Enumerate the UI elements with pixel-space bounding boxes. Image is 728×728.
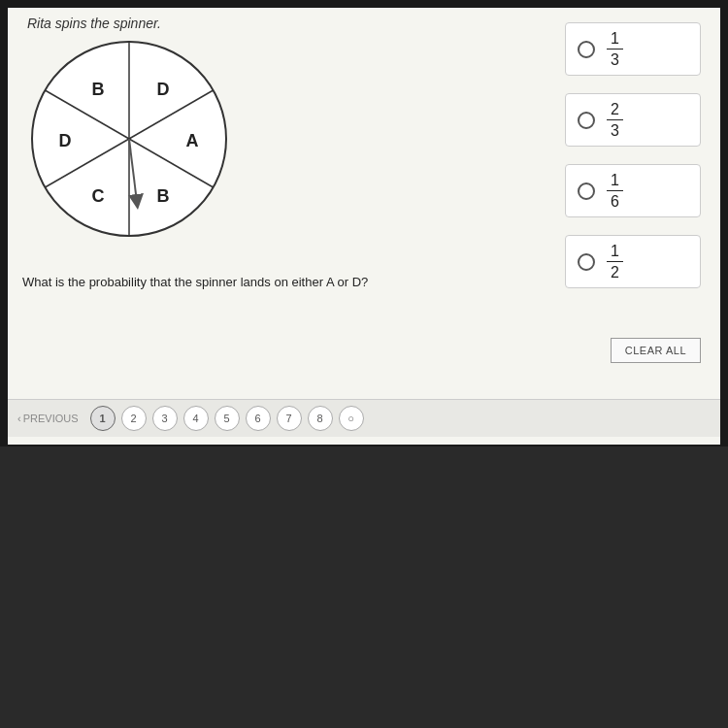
denominator-1: 3 (607, 50, 623, 69)
page-btn-8[interactable]: 8 (308, 406, 333, 431)
fraction-1: 1 3 (607, 29, 623, 69)
bottom-nav: ‹ PREVIOUS 1 2 3 4 5 6 7 8 ○ (8, 399, 720, 437)
svg-text:B: B (157, 186, 170, 206)
answer-option-4[interactable]: 1 2 (565, 235, 701, 288)
page-btn-3[interactable]: 3 (152, 406, 178, 431)
question-text: What is the probability that the spinner… (22, 275, 368, 289)
svg-text:B: B (92, 80, 105, 99)
numerator-4: 1 (607, 242, 623, 262)
svg-text:C: C (92, 186, 105, 206)
fraction-3: 1 6 (607, 171, 623, 211)
screen-bezel: Rita spins the spinner. (0, 0, 728, 456)
page-btn-5[interactable]: 5 (215, 406, 240, 431)
spinner-area: B D A B C D (22, 32, 255, 265)
numerator-3: 1 (607, 171, 623, 191)
page-btn-6[interactable]: 6 (246, 406, 271, 431)
radio-3[interactable] (578, 182, 595, 200)
svg-text:D: D (157, 80, 170, 99)
laptop-body: DELL ← → ↺ ⊡ ⊟ ◎ ! @ # $ % ^ & (0, 447, 728, 728)
page-btn-7[interactable]: 7 (277, 406, 302, 431)
denominator-2: 3 (607, 120, 623, 140)
page-btn-more[interactable]: ○ (339, 406, 364, 431)
spinner-svg: B D A B C D (22, 32, 236, 246)
answer-option-3[interactable]: 1 6 (565, 164, 701, 217)
fraction-2: 2 3 (607, 100, 623, 140)
denominator-3: 6 (607, 191, 623, 211)
answer-option-1[interactable]: 1 3 (565, 22, 701, 76)
numerator-1: 1 (607, 29, 623, 50)
screen-content: Rita spins the spinner. (8, 8, 720, 445)
answers-area: 1 3 2 3 1 6 1 (565, 22, 701, 306)
previous-button[interactable]: ‹ PREVIOUS (17, 413, 79, 424)
svg-text:D: D (59, 131, 72, 150)
clear-all-button[interactable]: CLEAR ALL (611, 338, 701, 363)
previous-label: PREVIOUS (23, 413, 79, 424)
chevron-left-icon: ‹ (17, 413, 21, 424)
answer-option-2[interactable]: 2 3 (565, 93, 701, 147)
radio-4[interactable] (578, 253, 595, 271)
page-btn-2[interactable]: 2 (121, 406, 147, 431)
fraction-4: 1 2 (607, 242, 623, 281)
page-btn-4[interactable]: 4 (183, 406, 209, 431)
header-title: Rita spins the spinner. (27, 16, 161, 31)
radio-2[interactable] (578, 112, 595, 129)
page-btn-1[interactable]: 1 (90, 406, 116, 431)
svg-text:A: A (186, 131, 199, 150)
denominator-4: 2 (607, 262, 623, 281)
numerator-2: 2 (607, 100, 623, 120)
radio-1[interactable] (578, 41, 595, 58)
